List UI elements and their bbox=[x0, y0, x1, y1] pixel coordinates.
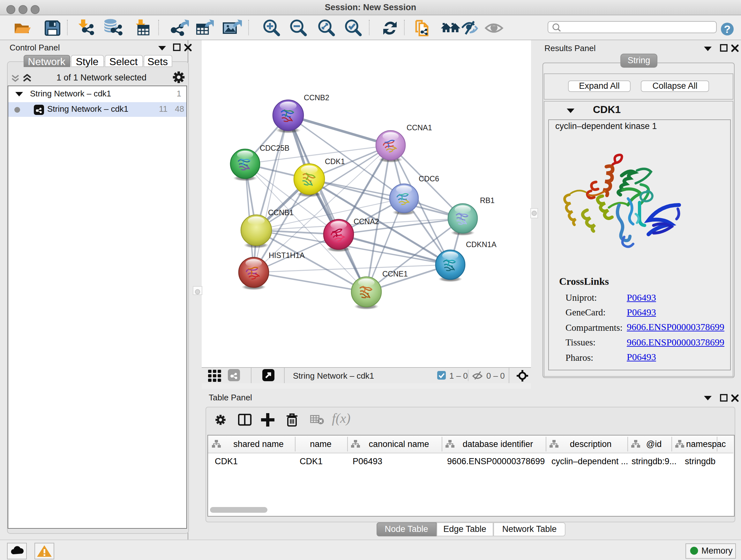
svg-text:CDC25B: CDC25B bbox=[260, 144, 289, 152]
svg-text:CCNA1: CCNA1 bbox=[407, 123, 432, 132]
svg-text:CDKN1A: CDKN1A bbox=[466, 240, 496, 248]
svg-text:HIST1H1A: HIST1H1A bbox=[269, 251, 305, 259]
svg-text:CCNA2: CCNA2 bbox=[354, 217, 379, 226]
svg-text:CDC6: CDC6 bbox=[419, 174, 439, 183]
svg-text:?: ? bbox=[724, 23, 731, 35]
svg-text:RB1: RB1 bbox=[480, 196, 495, 204]
svg-text:CCNE1: CCNE1 bbox=[382, 269, 408, 278]
svg-text:CCNB1: CCNB1 bbox=[268, 208, 293, 216]
svg-text:CDK1: CDK1 bbox=[325, 157, 345, 165]
svg-text:CCNB2: CCNB2 bbox=[304, 93, 329, 102]
